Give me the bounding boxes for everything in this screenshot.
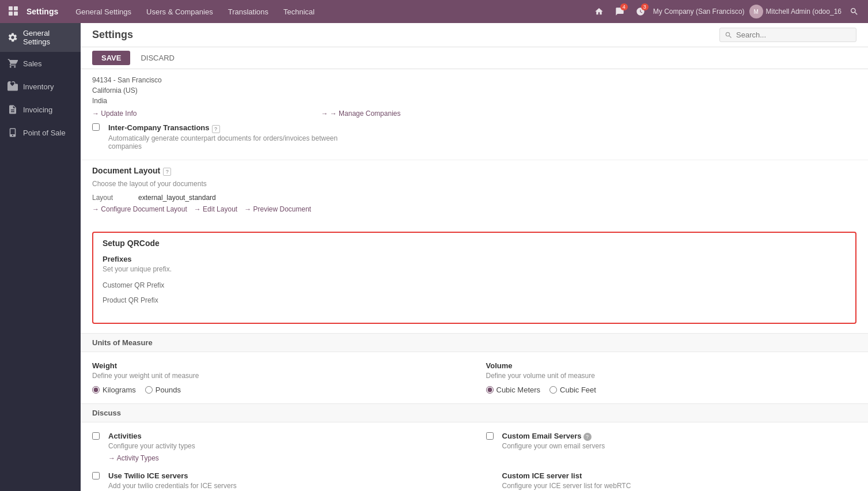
- company-info: 94134 - San Francisco California (US) In…: [81, 69, 868, 160]
- preview-document-link[interactable]: Preview Document: [244, 205, 311, 213]
- scroll-container: 94134 - San Francisco California (US) In…: [81, 69, 868, 491]
- invoicing-icon: [7, 104, 18, 115]
- layout-field-value: external_layout_standard: [138, 194, 216, 202]
- units-row: Weight Define your weight unit of measur…: [92, 361, 856, 394]
- cubic-feet-radio[interactable]: [549, 386, 557, 394]
- twilio-col: Use Twilio ICE servers Add your twilio c…: [92, 471, 463, 491]
- inter-company-desc: Automatically generate counterpart docum…: [108, 134, 339, 150]
- inter-company-help[interactable]: ?: [212, 125, 220, 133]
- cubic-feet-option[interactable]: Cubic Feet: [549, 386, 596, 394]
- inter-company-title: Inter-Company Transactions: [108, 123, 210, 132]
- search-input[interactable]: [736, 31, 851, 39]
- topbar-menu: General Settings Users & Companies Trans…: [69, 4, 586, 20]
- doc-layout-desc: Choose the layout of your documents: [92, 180, 856, 188]
- cubic-meters-radio[interactable]: [486, 386, 494, 394]
- doc-layout-help-icon[interactable]: ?: [163, 168, 171, 176]
- sidebar-item-sales[interactable]: Sales: [0, 52, 81, 75]
- inventory-icon: [7, 81, 18, 92]
- sidebar-label-invoicing: Invoicing: [23, 105, 52, 114]
- svg-rect-1: [14, 6, 18, 10]
- activities-checkbox[interactable]: [92, 432, 100, 440]
- settings-content: 94134 - San Francisco California (US) In…: [81, 69, 868, 491]
- qrcode-header: Setup QRCode: [93, 233, 855, 248]
- product-qr-label: Product QR Prefix: [103, 296, 846, 304]
- customer-qr-label: Customer QR Prefix: [103, 281, 846, 289]
- sidebar-item-pos[interactable]: Point of Sale: [0, 121, 81, 144]
- pounds-option[interactable]: Pounds: [145, 386, 181, 394]
- search-topbar-icon[interactable]: [846, 3, 862, 20]
- discuss-section-title: Discuss: [92, 409, 121, 417]
- units-section: Weight Define your weight unit of measur…: [81, 352, 868, 403]
- chat-icon[interactable]: 4: [612, 3, 628, 20]
- discuss-section-header: Discuss: [81, 403, 868, 422]
- save-button[interactable]: SAVE: [92, 51, 130, 65]
- inter-company-checkbox[interactable]: [92, 123, 100, 131]
- sidebar-item-invoicing[interactable]: Invoicing: [0, 98, 81, 121]
- customer-qr-field: Customer QR Prefix: [103, 281, 846, 289]
- custom-email-title-row: Custom Email Servers ?: [502, 432, 605, 442]
- address-line2: California (US): [92, 85, 856, 96]
- menu-users-companies[interactable]: Users & Companies: [139, 4, 220, 20]
- menu-technical[interactable]: Technical: [276, 4, 321, 20]
- cubic-meters-option[interactable]: Cubic Meters: [486, 386, 541, 394]
- weight-desc: Define your weight unit of measure: [92, 372, 463, 380]
- activities-checkbox-container: [92, 432, 104, 441]
- doc-layout-links: Configure Document Layout Edit Layout Pr…: [92, 205, 856, 213]
- menu-translations[interactable]: Translations: [221, 4, 275, 20]
- configure-layout-link[interactable]: Configure Document Layout: [92, 205, 187, 213]
- user-menu[interactable]: M Mitchell Admin (odoo_16: [749, 5, 842, 18]
- doc-layout-title: Document Layout: [92, 166, 160, 175]
- kilograms-option[interactable]: Kilograms: [92, 386, 136, 394]
- pounds-label: Pounds: [156, 386, 181, 394]
- twilio-checkbox[interactable]: [92, 472, 100, 479]
- custom-email-title: Custom Email Servers: [502, 432, 582, 440]
- custom-email-row: Custom Email Servers ? Configure your ow…: [486, 432, 857, 454]
- twilio-row: Use Twilio ICE servers Add your twilio c…: [92, 471, 463, 491]
- weight-title: Weight: [92, 361, 463, 370]
- sidebar-label-pos: Point of Sale: [23, 129, 66, 137]
- edit-layout-link[interactable]: Edit Layout: [194, 205, 237, 213]
- menu-general-settings[interactable]: General Settings: [69, 4, 138, 20]
- kilograms-radio[interactable]: [92, 386, 100, 394]
- setup-qrcode-section: Setup QRCode Prefixes Set your unique pr…: [92, 232, 856, 324]
- activity-types-link[interactable]: Activity Types: [108, 454, 159, 462]
- layout-field-label: Layout: [92, 194, 138, 202]
- pounds-radio[interactable]: [145, 386, 153, 394]
- clock-icon[interactable]: 3: [632, 3, 649, 20]
- manage-companies-link[interactable]: → Manage Companies: [321, 109, 400, 118]
- company-address: 94134 - San Francisco California (US) In…: [92, 75, 856, 106]
- units-section-header: Units of Measure: [81, 333, 868, 352]
- app-name: Settings: [26, 7, 58, 16]
- discuss-row-2: Use Twilio ICE servers Add your twilio c…: [92, 471, 856, 491]
- volume-title: Volume: [486, 361, 857, 370]
- pos-icon: [7, 127, 18, 138]
- activities-col: Activities Configure your activity types…: [92, 432, 463, 462]
- activities-checkbox-row: Activities Configure your activity types…: [92, 432, 463, 462]
- company-name[interactable]: My Company (San Francisco): [653, 7, 745, 16]
- address-line3: India: [92, 96, 856, 106]
- grid-icon[interactable]: [6, 3, 22, 20]
- update-info-link[interactable]: Update Info: [92, 109, 137, 118]
- svg-rect-0: [9, 6, 13, 10]
- prefixes-title: Prefixes: [103, 255, 846, 263]
- main-layout: General Settings Sales Inventory Invoici…: [0, 23, 868, 491]
- cubic-feet-label: Cubic Feet: [560, 386, 596, 394]
- search-bar: [719, 28, 856, 42]
- qrcode-content: Prefixes Set your unique prefix. Custome…: [93, 248, 855, 323]
- sidebar-item-general-settings[interactable]: General Settings: [0, 23, 81, 52]
- document-layout-section: Document Layout ? Choose the layout of y…: [81, 160, 868, 222]
- sales-icon: [7, 58, 18, 69]
- discuss-row-1: Activities Configure your activity types…: [92, 432, 856, 462]
- discard-button[interactable]: DISCARD: [135, 51, 180, 65]
- custom-email-text: Custom Email Servers ? Configure your ow…: [502, 432, 605, 454]
- custom-email-checkbox[interactable]: [486, 432, 494, 440]
- topbar: Settings General Settings Users & Compan…: [0, 0, 868, 23]
- home-icon[interactable]: [591, 3, 607, 20]
- sidebar-label-sales: Sales: [23, 59, 42, 68]
- header-bar: Settings: [81, 23, 868, 47]
- custom-email-help-icon[interactable]: ?: [583, 433, 592, 441]
- sidebar-item-inventory[interactable]: Inventory: [0, 75, 81, 98]
- topbar-right: 4 3 My Company (San Francisco) M Mitchel…: [591, 3, 862, 20]
- volume-radio-group: Cubic Meters Cubic Feet: [486, 386, 857, 394]
- content-area: Settings SAVE DISCARD 94134 - San Franci…: [81, 23, 868, 491]
